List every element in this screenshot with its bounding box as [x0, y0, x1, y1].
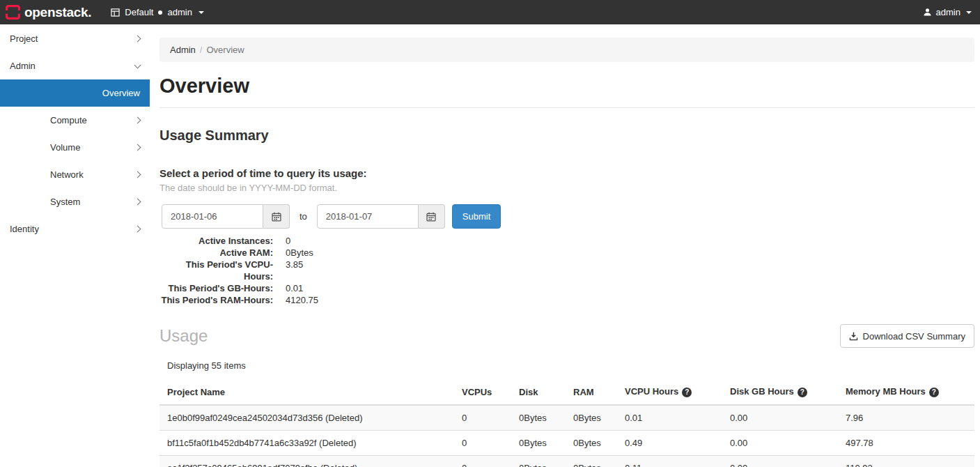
breadcrumb-parent: Admin — [170, 45, 196, 55]
table-row: ea1f2f357c09465eb6991edf7079efbe (Delete… — [160, 456, 974, 467]
breadcrumb-separator: / — [200, 45, 203, 55]
stat-label: Active RAM: — [160, 247, 273, 259]
column-header: Disk — [511, 379, 566, 405]
sidebar-item-network[interactable]: Network — [0, 161, 150, 188]
table-cell: 110.93 — [838, 456, 974, 467]
caret-down-icon — [199, 11, 204, 14]
date-to-calendar-button[interactable] — [419, 204, 445, 229]
table-row: 1e0b0f99af0249cea24502034d73d356 (Delete… — [160, 405, 974, 431]
table-cell: 0 — [454, 405, 511, 431]
stat-value: 0Bytes — [286, 247, 313, 259]
column-header: VCPUs — [454, 379, 511, 405]
table-cell: 0Bytes — [511, 456, 566, 467]
help-icon[interactable]: ? — [798, 388, 807, 397]
title-divider — [160, 107, 974, 108]
sidebar: ProjectAdminOverviewComputeVolumeNetwork… — [0, 24, 150, 467]
table-cell: ea1f2f357c09465eb6991edf7079efbe (Delete… — [160, 456, 454, 467]
calendar-icon — [426, 212, 436, 222]
sidebar-item-system[interactable]: System — [0, 188, 150, 215]
sidebar-item-label: Admin — [10, 61, 36, 71]
column-header: Disk GB Hours? — [722, 379, 838, 405]
stat-value: 4120.75 — [286, 294, 318, 306]
stat-row: This Period's RAM-Hours:4120.75 — [160, 294, 974, 306]
domain-label: Default — [125, 7, 153, 17]
page-title: Overview — [160, 75, 974, 98]
date-from-input[interactable] — [162, 204, 263, 229]
column-header: Memory MB Hours? — [838, 379, 974, 405]
chevron-right-icon — [134, 199, 141, 206]
sidebar-item-label: Compute — [50, 115, 87, 125]
brand-text: openstack. — [24, 5, 91, 20]
page-layout: ProjectAdminOverviewComputeVolumeNetwork… — [0, 24, 980, 467]
chevron-right-icon — [134, 226, 141, 233]
domain-icon — [111, 8, 120, 17]
table-cell: 0.01 — [617, 405, 722, 431]
date-from-calendar-button[interactable] — [263, 204, 290, 229]
table-cell: 7.96 — [838, 405, 974, 431]
breadcrumb: Admin/Overview — [160, 38, 974, 62]
table-cell: 1e0b0f99af0249cea24502034d73d356 (Delete… — [160, 405, 454, 431]
openstack-logo-icon — [6, 5, 20, 20]
table-cell: 0.00 — [722, 405, 838, 431]
to-label: to — [300, 211, 307, 222]
sidebar-item-label: Overview — [102, 88, 140, 98]
table-cell: 0.11 — [617, 456, 722, 467]
user-menu[interactable]: admin — [923, 7, 972, 17]
help-icon[interactable]: ? — [929, 388, 939, 397]
table-cell: 0Bytes — [511, 405, 566, 431]
usage-summary-heading: Usage Summary — [160, 128, 974, 144]
items-count: Displaying 55 items — [167, 360, 974, 371]
context-switcher[interactable]: Default admin — [111, 7, 204, 17]
stat-label: This Period's VCPU-Hours: — [160, 259, 273, 282]
stat-row: Active Instances:0 — [160, 235, 974, 247]
table-cell: 0 — [454, 456, 511, 467]
sidebar-item-label: Volume — [50, 142, 80, 153]
sidebar-item-admin[interactable]: Admin — [0, 52, 150, 79]
usage-table: Project NameVCPUsDiskRAMVCPU Hours?Disk … — [160, 379, 974, 467]
table-cell: 0Bytes — [566, 431, 617, 456]
download-csv-label: Download CSV Summary — [863, 331, 965, 342]
stat-row: This Period's GB-Hours:0.01 — [160, 282, 974, 294]
sidebar-item-project[interactable]: Project — [0, 25, 150, 52]
sidebar-item-label: Network — [50, 169, 84, 180]
brand-home-link[interactable]: openstack. — [6, 5, 91, 20]
table-cell: 0.00 — [722, 431, 838, 456]
stat-label: Active Instances: — [160, 235, 273, 247]
sidebar-item-identity[interactable]: Identity — [0, 215, 150, 243]
calendar-icon — [272, 212, 281, 222]
usage-section-header: Usage Download CSV Summary — [160, 324, 974, 348]
table-cell: 497.78 — [838, 431, 974, 456]
user-icon — [923, 8, 932, 17]
user-label: admin — [936, 7, 960, 17]
chevron-right-icon — [134, 171, 141, 178]
sidebar-item-compute[interactable]: Compute — [0, 107, 150, 134]
help-icon[interactable]: ? — [682, 388, 692, 397]
download-csv-button[interactable]: Download CSV Summary — [840, 324, 974, 348]
usage-table-header-row: Project NameVCPUsDiskRAMVCPU Hours?Disk … — [160, 379, 974, 405]
table-cell: 0Bytes — [566, 456, 617, 467]
main-content: Admin/Overview Overview Usage Summary Se… — [150, 24, 980, 467]
date-to-input[interactable] — [317, 204, 419, 229]
stat-value: 0 — [286, 235, 290, 247]
table-cell: 0Bytes — [511, 431, 566, 456]
stat-row: Active RAM:0Bytes — [160, 247, 974, 259]
usage-table-body: 1e0b0f99af0249cea24502034d73d356 (Delete… — [160, 405, 974, 467]
column-header: RAM — [566, 379, 617, 405]
stat-value: 0.01 — [286, 282, 303, 294]
topbar: openstack. Default admin admin — [0, 0, 980, 24]
sidebar-item-label: Project — [10, 33, 38, 44]
chevron-down-icon — [134, 61, 141, 68]
stat-label: This Period's RAM-Hours: — [160, 294, 273, 306]
table-cell: 0 — [454, 431, 511, 456]
sidebar-item-label: System — [50, 197, 80, 207]
table-cell: 0.49 — [617, 431, 722, 456]
submit-button[interactable]: Submit — [452, 204, 501, 229]
date-format-hint: The date should be in YYYY-MM-DD format. — [160, 183, 974, 193]
breadcrumb-current: Overview — [206, 45, 244, 55]
column-header: Project Name — [160, 379, 454, 405]
column-header: VCPU Hours? — [617, 379, 722, 405]
sidebar-item-volume[interactable]: Volume — [0, 134, 150, 161]
sidebar-item-overview[interactable]: Overview — [0, 79, 150, 107]
date-from-group — [162, 204, 290, 229]
chevron-right-icon — [134, 117, 141, 124]
